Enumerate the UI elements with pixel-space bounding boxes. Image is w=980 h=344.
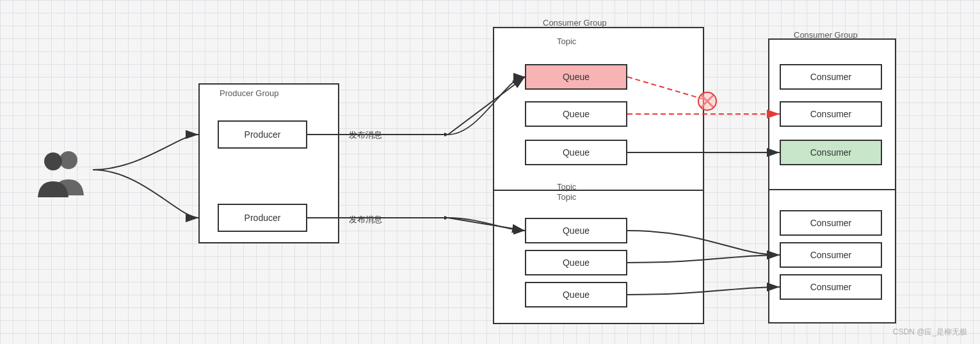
svg-marker-3 (445, 133, 448, 136)
consumer6-box: Consumer (780, 274, 882, 300)
consumer5-box: Consumer (780, 242, 882, 268)
producer1-box: Producer (218, 120, 307, 149)
diagram: Producer Group Producer Producer Consume… (0, 0, 980, 344)
queue1-box: Queue (525, 64, 627, 90)
svg-marker-13 (444, 133, 448, 136)
queue5-label: Queue (563, 258, 590, 268)
queue4-label: Queue (563, 225, 590, 236)
right-cg-top-label: Consumer Group (794, 30, 858, 40)
queue6-box: Queue (525, 282, 627, 307)
svg-point-0 (60, 151, 77, 169)
consumer6-label: Consumer (810, 282, 852, 292)
queue3-box: Queue (525, 140, 627, 165)
consumer4-label: Consumer (810, 218, 852, 228)
consumer5-label: Consumer (810, 250, 852, 260)
svg-point-1 (44, 152, 62, 170)
consumer1-label: Consumer (810, 72, 852, 82)
publish1-label: 发布消息 (349, 129, 382, 141)
consumer3-box: Consumer (780, 140, 882, 165)
consumer2-box: Consumer (780, 101, 882, 127)
consumer-group-top-label: Consumer Group (543, 18, 607, 28)
queue2-label: Queue (563, 109, 590, 119)
queue1-label: Queue (563, 72, 590, 82)
queue4-box: Queue (525, 218, 627, 243)
svg-marker-5 (445, 216, 448, 220)
svg-marker-15 (444, 216, 448, 220)
topic2-label: Topic (557, 192, 576, 202)
consumer1-box: Consumer (780, 64, 882, 90)
producer2-label: Producer (245, 213, 281, 223)
queue5-box: Queue (525, 250, 627, 275)
queue3-label: Queue (563, 147, 590, 158)
producer-group-label: Producer Group (220, 88, 279, 98)
queue6-label: Queue (563, 290, 590, 300)
watermark: CSDN @应_是柳无极 (893, 327, 967, 338)
consumer3-label: Consumer (810, 147, 852, 158)
queue2-box: Queue (525, 101, 627, 127)
consumer2-label: Consumer (810, 109, 852, 119)
topic1-label: Topic (557, 37, 576, 46)
consumer-group-bottom-label: Topic (557, 182, 576, 192)
publish2-label: 发布消息 (349, 214, 382, 225)
producer1-label: Producer (245, 129, 281, 140)
people-icon (29, 147, 93, 199)
consumer4-box: Consumer (780, 210, 882, 236)
producer2-box: Producer (218, 204, 307, 232)
